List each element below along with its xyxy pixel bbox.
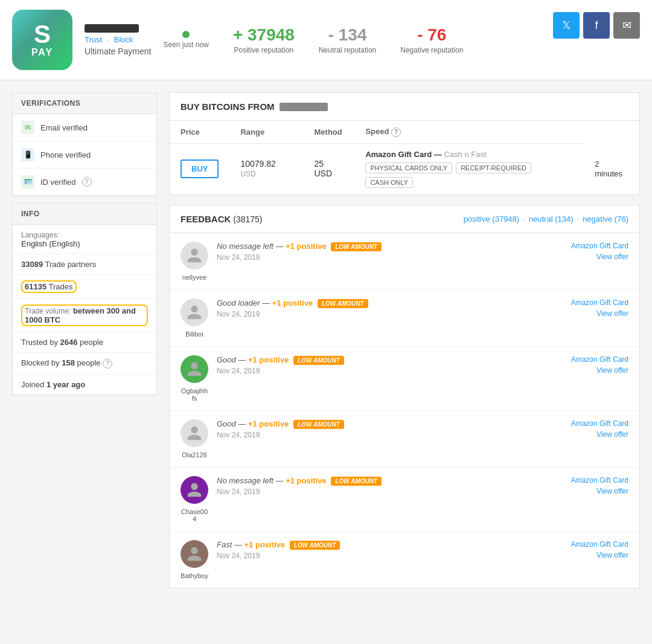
trusted-by-row: Trusted by 2646 people <box>13 332 156 353</box>
gift-card-link[interactable]: Amazon Gift Card <box>571 476 628 485</box>
view-offer-link[interactable]: View offer <box>596 551 628 559</box>
joined-text: Joined <box>21 380 44 389</box>
trade-partners-count: 33089 <box>21 260 43 269</box>
positive-text: +1 positive <box>272 298 313 308</box>
blocked-suffix: people <box>77 358 101 367</box>
low-amount-badge: LOW AMOUNT <box>290 541 340 550</box>
feedback-message: No message left — +1 positive LOW AMOUNT <box>217 242 563 251</box>
feedback-list: nellyvee No message left — +1 positive L… <box>170 233 639 588</box>
view-offer-link[interactable]: View offer <box>596 487 628 495</box>
feedback-content: Good — +1 positive LOW AMOUNT Nov 24, 20… <box>217 419 563 439</box>
email-icon: ✉ <box>21 121 34 134</box>
speed-value: 2 minutes <box>595 159 622 178</box>
positive-text: +1 positive <box>286 242 327 251</box>
facebook-button[interactable]: f <box>583 12 610 39</box>
phone-verified-label: Phone verified <box>40 150 91 159</box>
buy-button[interactable]: BUY <box>181 159 219 178</box>
trade-volume-label: Trade volume: <box>25 307 71 315</box>
verifications-section: VERIFICATIONS ✉ Email verified 📱 Phone v… <box>12 92 157 196</box>
feedback-row: Chase004 No message left — +1 positive L… <box>170 468 639 532</box>
feedback-title: FEEDBACK <box>181 214 231 224</box>
online-dot <box>182 31 190 38</box>
feedback-row: Bathyboy Fast — +1 positive LOW AMOUNT N… <box>170 532 639 588</box>
feedback-actions: Amazon Gift Card View offer <box>571 242 628 261</box>
gift-card-link[interactable]: Amazon Gift Card <box>571 419 628 428</box>
speed-help-icon[interactable]: ? <box>391 127 401 137</box>
languages-label: Languages: <box>21 231 59 239</box>
id-help-icon[interactable]: ? <box>82 177 92 187</box>
languages-value: English (English) <box>21 239 80 248</box>
gift-card-link[interactable]: Amazon Gift Card <box>571 298 628 307</box>
feedback-content: No message left — +1 positive LOW AMOUNT… <box>217 242 563 262</box>
feedback-row: Ola2126 Good — +1 positive LOW AMOUNT No… <box>170 411 639 468</box>
trades-label: Trades <box>49 282 73 291</box>
range-value: 25 USD <box>315 159 333 178</box>
gift-card-link[interactable]: Amazon Gift Card <box>571 540 628 549</box>
feedback-actions: Amazon Gift Card View offer <box>571 298 628 318</box>
trusted-by-text: Trusted by <box>21 338 58 347</box>
feedback-message: Fast — +1 positive LOW AMOUNT <box>217 540 563 549</box>
buy-row: BUY 10079.82 USD 25 USD Amazon Gift Card <box>170 143 639 194</box>
feedback-content: Good loader — +1 positive LOW AMOUNT Nov… <box>217 298 563 318</box>
trust-link[interactable]: Trust <box>85 35 102 44</box>
id-icon: 🪪 <box>21 175 34 188</box>
view-offer-link[interactable]: View offer <box>596 430 628 439</box>
trades-count: 61135 <box>25 282 46 291</box>
user-avatar <box>181 242 208 269</box>
negative-filter-link[interactable]: negative (76) <box>583 214 628 224</box>
profile-name: Ultimate Payment <box>85 47 151 56</box>
col-speed: Speed ? <box>354 121 584 143</box>
trades-circled: 61135 Trades <box>21 280 77 293</box>
trade-volume-circled: Trade volume: between 300 and 1000 BTC <box>21 304 148 326</box>
method-title: Amazon Gift Card — Cash n Fast <box>365 150 573 159</box>
tag-physical: PHYSICAL CARDS ONLY <box>365 163 452 173</box>
gift-card-link[interactable]: Amazon Gift Card <box>571 355 628 364</box>
feedback-message: Good loader — +1 positive LOW AMOUNT <box>217 298 563 308</box>
email-verification: ✉ Email verified <box>13 114 156 141</box>
profile-left: S PAY Trust · Block Ultimate Payment See… <box>12 10 463 70</box>
stat-neutral: - 134 Neutral reputation <box>319 25 376 54</box>
view-offer-link[interactable]: View offer <box>596 309 628 318</box>
tag-receipt: RECEIPT-REQUIRED <box>456 163 531 173</box>
email-button[interactable]: ✉ <box>613 12 640 39</box>
buy-table: Price Range Method Speed ? BUY <box>170 121 639 195</box>
feedback-date: Nov 24, 2019 <box>217 253 563 262</box>
verifications-header: VERIFICATIONS <box>13 93 156 114</box>
view-offer-link[interactable]: View offer <box>596 366 628 375</box>
feedback-date: Nov 24, 2019 <box>217 310 563 318</box>
phone-icon: 📱 <box>21 148 34 161</box>
neutral-filter-link[interactable]: neutral (134) <box>529 214 574 224</box>
feedback-date: Nov 24, 2019 <box>217 367 563 375</box>
username: Biliboi <box>181 330 208 338</box>
feedback-message: Good — +1 positive LOW AMOUNT <box>217 355 563 364</box>
positive-filter-link[interactable]: positive (37948) <box>464 214 520 224</box>
method-dash: — <box>434 150 444 159</box>
dot1: · <box>523 214 525 224</box>
trade-partners-row: 33089 Trade partners <box>13 254 156 275</box>
method-sub: Cash n Fast <box>444 150 486 159</box>
gift-card-link[interactable]: Amazon Gift Card <box>571 242 628 250</box>
blocked-help-icon[interactable]: ? <box>103 359 112 369</box>
neutral-label: Neutral reputation <box>319 46 376 54</box>
trusted-suffix: people <box>80 338 103 347</box>
email-verified-label: Email verified <box>40 123 88 132</box>
dot-separator: · <box>107 35 109 44</box>
buy-header: BUY BITCOINS FROM <box>170 93 639 121</box>
tag-cash: CASH ONLY <box>365 177 413 188</box>
main-content: VERIFICATIONS ✉ Email verified 📱 Phone v… <box>0 80 652 601</box>
info-header: INFO <box>13 204 156 225</box>
stat-positive: + 37948 Positive reputation <box>233 25 295 54</box>
user-avatar <box>181 476 208 504</box>
social-buttons: 𝕏 f ✉ <box>553 12 640 39</box>
buy-from-blur <box>280 103 328 111</box>
feedback-content: Good — +1 positive LOW AMOUNT Nov 24, 20… <box>217 355 563 375</box>
block-link[interactable]: Block <box>114 35 133 44</box>
feedback-date: Nov 24, 2019 <box>217 552 563 560</box>
trade-partners-label: Trade partners <box>45 260 97 269</box>
feedback-row: Biliboi Good loader — +1 positive LOW AM… <box>170 290 639 347</box>
view-offer-link[interactable]: View offer <box>596 253 628 261</box>
low-amount-badge: LOW AMOUNT <box>293 356 344 365</box>
buy-title: BUY BITCOINS FROM <box>181 101 275 112</box>
feedback-message: No message left — +1 positive LOW AMOUNT <box>217 476 563 485</box>
twitter-button[interactable]: 𝕏 <box>553 12 580 39</box>
